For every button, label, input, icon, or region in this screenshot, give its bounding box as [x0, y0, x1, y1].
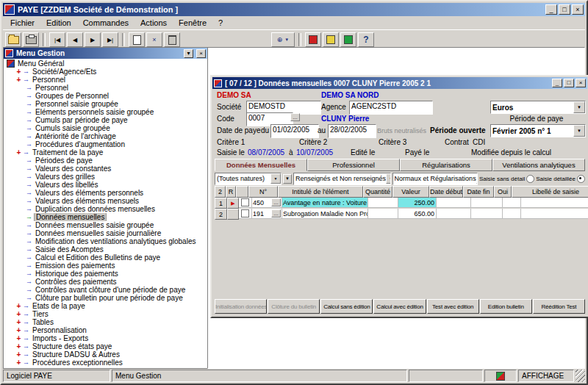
tree-item-4[interactable]: →Groupes de Personnel: [4, 92, 207, 100]
date-debut-cell[interactable]: [437, 198, 471, 208]
renseignes-filter-dropdown[interactable]: Renseignés et Non renseignés▼: [293, 173, 391, 185]
tab-2[interactable]: Régularisations: [400, 159, 492, 171]
row-checkbox[interactable]: [241, 198, 249, 206]
filter-options-button[interactable]: ▼: [283, 174, 292, 184]
libelle-cell[interactable]: [521, 209, 588, 219]
green-indicator-button[interactable]: [340, 32, 356, 47]
close-button[interactable]: ×: [572, 4, 584, 15]
action-button-6[interactable]: Réédition Test: [533, 299, 585, 314]
grid-header-0[interactable]: 2: [215, 186, 226, 198]
tree-item-2[interactable]: +→Personnel: [4, 76, 207, 84]
child-close-button[interactable]: ×: [576, 79, 586, 87]
tree-item-15[interactable]: →Valeurs des libellés: [4, 181, 207, 189]
code-cell[interactable]: 191…: [252, 209, 282, 219]
tree-item-11[interactable]: +→Traitement de la paye: [4, 148, 207, 156]
action-button-2[interactable]: Calcul sans édition: [320, 299, 373, 314]
normaux-filter-dropdown[interactable]: Normaux et Régularisations▼: [392, 173, 478, 185]
trash-button[interactable]: [164, 32, 180, 47]
date-from-field[interactable]: 01/02/2005: [270, 124, 319, 138]
nav-first-button[interactable]: |◀: [49, 32, 65, 47]
agence-field[interactable]: AGENC2STD: [349, 101, 433, 115]
menu-item-2[interactable]: Commandes: [77, 17, 135, 29]
child-maximize-button[interactable]: □: [564, 79, 574, 87]
tree-item-12[interactable]: →Périodes de paye: [4, 156, 207, 165]
panel-pin-button[interactable]: ▾: [184, 49, 193, 58]
row-checkbox[interactable]: [241, 209, 249, 217]
date-fin-cell[interactable]: [471, 198, 503, 208]
tree-item-19[interactable]: →Données mensuelles: [4, 213, 207, 221]
tree-item-36[interactable]: +→Structure DADSU & Autres: [4, 350, 207, 359]
saisie-detaillee-radio[interactable]: [577, 175, 585, 183]
tree-item-30[interactable]: +→Etats de la paye: [4, 302, 207, 310]
date-debut-cell[interactable]: [437, 209, 471, 219]
valeur-cell[interactable]: 650.00: [398, 209, 437, 219]
tree-item-3[interactable]: →Personnel: [4, 84, 207, 92]
tree-item-7[interactable]: →Cumuls par période de paye: [4, 116, 207, 124]
code-browse-button[interactable]: …: [271, 198, 281, 206]
resize-grip[interactable]: [576, 370, 585, 382]
action-button-3[interactable]: Calcul avec édition: [373, 299, 426, 314]
tree-item-21[interactable]: →Données mensuelles saisie journalière: [4, 229, 207, 237]
tree-item-29[interactable]: →Clôture par bulletin pour une période d…: [4, 294, 207, 302]
tree-item-31[interactable]: +→Tiers: [4, 310, 207, 318]
tree-item-17[interactable]: →Valeurs des éléments mensuels: [4, 197, 207, 205]
grid-header-6[interactable]: Valeur: [392, 186, 429, 198]
date-to-field[interactable]: 28/02/2005: [328, 124, 376, 138]
saisie-sans-detail-radio[interactable]: [526, 175, 534, 183]
tree-item-10[interactable]: →Procédures d'augmentation: [4, 140, 207, 148]
tree-item-14[interactable]: →Valeurs des grilles: [4, 173, 207, 181]
menu-item-1[interactable]: Edition: [40, 17, 77, 29]
tab-0[interactable]: Données Mensuelles: [215, 159, 307, 171]
grid-header-2[interactable]: [236, 186, 248, 198]
code-cell[interactable]: 450…: [252, 198, 282, 208]
oui-cell[interactable]: [503, 209, 521, 219]
new-document-button[interactable]: [129, 32, 145, 47]
menu-item-4[interactable]: Fenêtre: [173, 17, 212, 29]
code-browse-button[interactable]: …: [290, 113, 300, 121]
date-fin-cell[interactable]: [471, 209, 503, 219]
libelle-cell[interactable]: [521, 198, 588, 208]
action-button-4[interactable]: Test avec édition: [427, 299, 479, 314]
tools-dropdown-button[interactable]: ⊕ ▼: [271, 32, 295, 47]
tree-item-0[interactable]: Menu Général: [4, 60, 207, 68]
periode-dropdown[interactable]: Février 2005 n° 1▼: [490, 124, 586, 137]
tree-item-5[interactable]: →Personnel saisie groupée: [4, 100, 207, 108]
intitule-cell[interactable]: Avantage en nature : Voiture: [282, 198, 368, 208]
menu-item-3[interactable]: Actions: [135, 17, 173, 29]
valeur-cell[interactable]: 250.00: [398, 198, 437, 208]
nav-prev-button[interactable]: ◀: [67, 32, 83, 47]
panel-close-button[interactable]: ×: [196, 49, 206, 58]
quantite-cell[interactable]: [368, 209, 398, 219]
tree-item-1[interactable]: +→Société/Agence/Ets: [4, 68, 207, 76]
tree-item-24[interactable]: →Calcul et Edition des Bulletins de paye: [4, 253, 207, 262]
nav-last-button[interactable]: ▶|: [102, 32, 118, 47]
row-check-cell[interactable]: [239, 209, 252, 219]
tree-item-25[interactable]: →Emission des paiements: [4, 262, 207, 270]
nature-filter-dropdown[interactable]: (Toutes natures)▼: [215, 173, 282, 185]
child-minimize-button[interactable]: _: [552, 79, 562, 87]
tree-item-33[interactable]: +→Personnalisation: [4, 326, 207, 334]
grid-header-1[interactable]: R: [226, 186, 236, 198]
quantite-cell[interactable]: [368, 198, 398, 208]
print-button[interactable]: [23, 32, 39, 47]
red-indicator-button[interactable]: [305, 32, 321, 47]
row-check-cell[interactable]: [239, 198, 252, 208]
tree-item-9[interactable]: →Antériorité de l'archivage: [4, 132, 207, 140]
grid-header-3[interactable]: N°: [248, 186, 278, 198]
minimize-button[interactable]: _: [545, 4, 557, 15]
grid-header-5[interactable]: Quantité: [363, 186, 392, 198]
maximize-button[interactable]: □: [559, 4, 570, 15]
grid-header-10[interactable]: Libellé de saisie: [512, 186, 588, 198]
menu-item-5[interactable]: ?: [212, 17, 229, 29]
tree-item-8[interactable]: →Cumuls saisie groupée: [4, 124, 207, 132]
tree-item-27[interactable]: →Contrôles des paiements: [4, 278, 207, 286]
tree-item-18[interactable]: →Duplication des données mensuelles: [4, 205, 207, 213]
tree-item-34[interactable]: +→Imports - Exports: [4, 334, 207, 342]
tree-item-35[interactable]: +→Structure des états paye: [4, 342, 207, 350]
tree-item-22[interactable]: →Modification des ventilations analytiqu…: [4, 237, 207, 245]
tab-3[interactable]: Ventilations analytiques: [492, 159, 585, 171]
grid-header-7[interactable]: Date début: [429, 186, 463, 198]
nav-next-button[interactable]: ▶: [85, 32, 101, 47]
grid-header-9[interactable]: Oui: [494, 186, 512, 198]
intitule-cell[interactable]: Subrogation Maladie Non Professionn: [282, 209, 368, 219]
